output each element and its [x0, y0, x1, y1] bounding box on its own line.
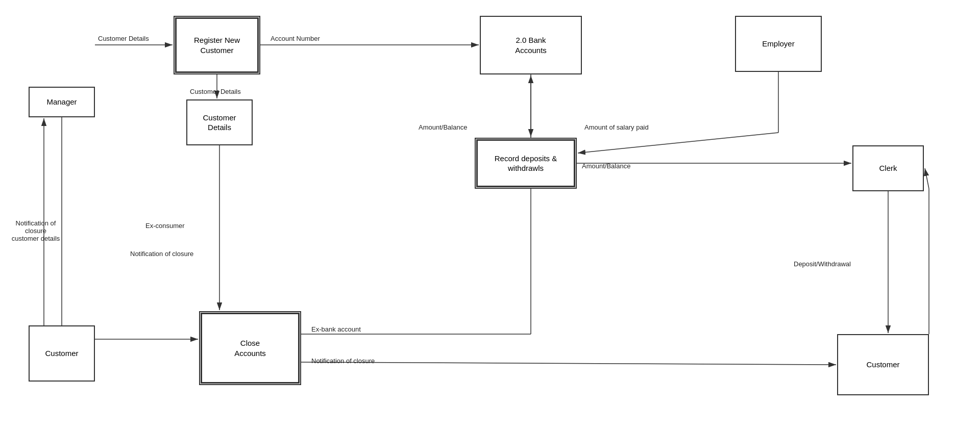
label-account-number: Account Number — [271, 35, 320, 42]
svg-line-18 — [925, 168, 929, 189]
employer-label: Employer — [762, 39, 794, 49]
label-amount-balance-2: Amount/Balance — [582, 162, 630, 170]
label-ex-bank-account: Ex-bank account — [311, 325, 361, 333]
diagram-container: Manager Customer Register NewCustomer Cu… — [0, 0, 980, 431]
label-notification-closure-1: Notification of closure — [130, 250, 193, 258]
manager-box: Manager — [29, 87, 95, 117]
label-amount-balance-1: Amount/Balance — [419, 123, 467, 131]
employer-box: Employer — [735, 16, 822, 72]
bank-accounts-box: 2.0 BankAccounts — [480, 16, 582, 74]
svg-line-11 — [578, 133, 778, 153]
record-deposits-box: Record deposits &withdrawls — [475, 138, 577, 189]
svg-line-16 — [301, 362, 836, 365]
label-notification-closure-customer: Notification of closurecustomer details — [5, 219, 66, 242]
label-notification-closure-2: Notification of closure — [311, 357, 375, 365]
register-new-customer-label: Register NewCustomer — [194, 35, 240, 55]
customer-right-box: Customer — [837, 334, 929, 395]
close-accounts-box: CloseAccounts — [199, 311, 301, 385]
clerk-label: Clerk — [879, 163, 897, 173]
label-customer-details-2: Customer Details — [190, 88, 241, 95]
customer-details-label: CustomerDetails — [203, 113, 236, 133]
customer-right-label: Customer — [866, 360, 899, 370]
record-deposits-label: Record deposits &withdrawls — [495, 154, 557, 173]
customer-bottom-label: Customer — [45, 348, 78, 359]
label-deposit-withdrawal: Deposit/Withdrawal — [794, 260, 851, 268]
label-ex-consumer: Ex-consumer — [145, 222, 185, 230]
customer-bottom-box: Customer — [29, 325, 95, 382]
clerk-box: Clerk — [852, 145, 924, 191]
manager-label: Manager — [46, 97, 77, 107]
label-customer-details-arrow: Customer Details — [98, 35, 149, 42]
customer-details-box: CustomerDetails — [186, 99, 253, 145]
bank-accounts-label: 2.0 BankAccounts — [515, 35, 547, 55]
label-amount-of-salary: Amount of salary paid — [584, 123, 649, 131]
close-accounts-label: CloseAccounts — [234, 338, 266, 358]
register-new-customer-box: Register NewCustomer — [174, 16, 260, 74]
